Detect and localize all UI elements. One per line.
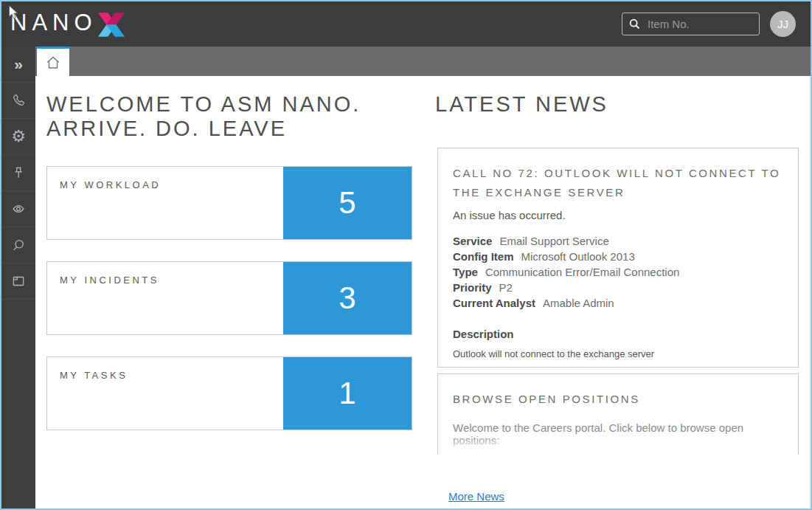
search-input[interactable] <box>646 17 752 31</box>
news-article-intro: An issue has occurred. <box>453 209 783 221</box>
stat-card-count: 3 <box>283 262 412 334</box>
field-value: Communication Error/Email Connection <box>485 266 679 278</box>
field-row-current-analyst: Current AnalystAmable Admin <box>453 295 783 311</box>
more-news-link[interactable]: More News <box>448 490 504 503</box>
welcome-heading: WELCOME TO ASM NANO. ARRIVE. DO. LEAVE <box>46 92 361 141</box>
left-sidebar: » ⚙ <box>1 46 35 509</box>
field-label: Config Item <box>453 250 514 263</box>
stat-card-my-incidents[interactable]: MY INCIDENTS 3 <box>46 261 412 335</box>
sidebar-item-settings[interactable]: ⚙ <box>1 119 35 155</box>
news-article-browse-positions: BROWSE OPEN POSITIONS Welcome to the Car… <box>437 373 799 455</box>
double-chevron-right-icon: » <box>14 56 23 72</box>
mouse-cursor <box>9 5 18 19</box>
welcome-heading-line1: WELCOME TO ASM NANO. <box>46 92 361 117</box>
gear-icon: ⚙ <box>11 128 26 145</box>
main-content: WELCOME TO ASM NANO. ARRIVE. DO. LEAVE M… <box>35 76 811 509</box>
user-avatar[interactable]: JJ <box>770 11 796 37</box>
stat-card-list: MY WORKLOAD 5 MY INCIDENTS 3 MY TASKS 1 <box>46 166 412 452</box>
stat-card-label: MY WORKLOAD <box>60 179 161 190</box>
field-label: Type <box>453 266 478 278</box>
brand-x-icon <box>97 12 125 38</box>
news-article-title: BROWSE OPEN POSITIONS <box>453 390 783 409</box>
item-search-box <box>622 13 760 35</box>
field-label: Priority <box>453 281 492 294</box>
top-header-bar: NANO JJ <box>1 1 811 46</box>
sidebar-item-search[interactable] <box>1 227 35 263</box>
sidebar-item-watch[interactable] <box>1 191 35 227</box>
sidebar-item-expand[interactable]: » <box>1 46 35 83</box>
field-value: Email Support Service <box>499 235 608 247</box>
field-value: Amable Admin <box>543 297 614 309</box>
field-row-priority: PriorityP2 <box>453 280 783 295</box>
tab-bar <box>35 46 811 76</box>
home-icon <box>44 54 62 72</box>
field-label: Service <box>453 235 492 247</box>
logo-wordmark: NANO <box>10 8 97 38</box>
field-value: P2 <box>499 281 513 294</box>
stat-card-my-tasks[interactable]: MY TASKS 1 <box>46 356 412 430</box>
stat-card-label: MY INCIDENTS <box>60 275 159 286</box>
stat-card-my-workload[interactable]: MY WORKLOAD 5 <box>46 166 412 240</box>
sidebar-item-calls[interactable] <box>1 83 35 119</box>
stat-card-count: 1 <box>283 357 412 430</box>
pin-icon <box>10 165 27 181</box>
field-row-type: TypeCommunication Error/Email Connection <box>453 264 783 280</box>
news-article-fields: ServiceEmail Support Service Config Item… <box>453 233 783 311</box>
field-row-config-item: Config ItemMicrosoft Outlook 2013 <box>453 249 783 264</box>
phone-icon <box>10 92 27 108</box>
latest-news-heading: LATEST NEWS <box>435 92 608 117</box>
stat-card-label: MY TASKS <box>60 370 128 381</box>
sidebar-item-new-window[interactable] <box>1 263 35 300</box>
tab-home[interactable] <box>37 46 69 76</box>
nano-logo: NANO <box>10 8 125 38</box>
search-icon <box>629 18 640 30</box>
eye-icon <box>10 201 27 217</box>
field-label: Current Analyst <box>453 297 535 309</box>
sidebar-item-pinned[interactable] <box>1 155 35 191</box>
app-window: NANO JJ » ⚙ <box>0 0 812 510</box>
search-icon <box>10 237 27 253</box>
news-article-title: CALL NO 72: OUTLOOK WILL NOT CONNECT TO … <box>453 164 783 202</box>
field-value: Microsoft Outlook 2013 <box>521 250 635 263</box>
description-text: Outlook will not connect to the exchange… <box>453 348 783 359</box>
welcome-heading-line2: ARRIVE. DO. LEAVE <box>46 117 361 141</box>
news-article-call-72: CALL NO 72: OUTLOOK WILL NOT CONNECT TO … <box>437 148 799 368</box>
stat-card-count: 5 <box>283 167 412 239</box>
window-icon <box>10 273 27 289</box>
field-row-service: ServiceEmail Support Service <box>453 233 783 249</box>
news-article-intro: Welcome to the Careers portal. Click bel… <box>453 421 783 447</box>
description-label: Description <box>453 328 783 340</box>
